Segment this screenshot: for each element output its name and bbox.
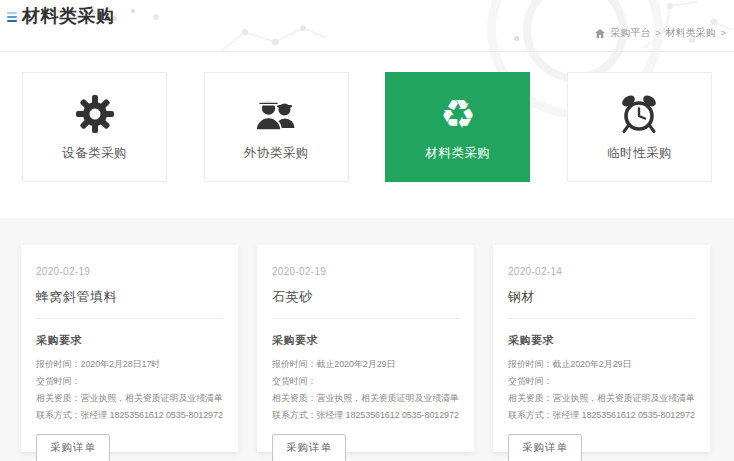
requirements-label: 采购要求 xyxy=(508,333,695,348)
detail-line: 相关资质：营业执照，相关资质证明及业绩清单等 xyxy=(272,390,459,407)
category-label: 外协类采购 xyxy=(244,145,309,162)
detail-line: 交货时间： xyxy=(508,373,695,390)
detail-line: 相关资质：营业执照，相关资质证明及业绩清单等 xyxy=(36,390,223,407)
divider xyxy=(272,318,459,319)
page-header: 材料类采购 采购平台 > 材料类采购 > xyxy=(0,0,734,52)
category-label: 临时性采购 xyxy=(607,145,672,162)
category-card-equipment[interactable]: 设备类采购 xyxy=(22,72,167,182)
gear-icon xyxy=(74,92,116,136)
listing-details: 报价时间：2020年2月28日17时 交货时间： 相关资质：营业执照，相关资质证… xyxy=(36,356,223,424)
listing-card: 2020-02-14 钢材 采购要求 报价时间：截止2020年2月29日 交货时… xyxy=(493,245,710,452)
top-section: 材料类采购 采购平台 > 材料类采购 > xyxy=(0,0,734,218)
listings-section: 2020-02-19 蜂窝斜管填料 采购要求 报价时间：2020年2月28日17… xyxy=(0,218,734,461)
listing-card: 2020-02-19 蜂窝斜管填料 采购要求 报价时间：2020年2月28日17… xyxy=(21,245,238,452)
purchase-detail-button[interactable]: 采购详单 xyxy=(508,434,582,461)
page-title: 材料类采购 xyxy=(22,4,115,28)
listing-card: 2020-02-19 石英砂 采购要求 报价时间：截止2020年2月29日 交货… xyxy=(257,245,474,452)
listing-details: 报价时间：截止2020年2月29日 交货时间： 相关资质：营业执照，相关资质证明… xyxy=(272,356,459,424)
listing-title: 蜂窝斜管填料 xyxy=(36,288,223,306)
purchase-detail-button[interactable]: 采购详单 xyxy=(272,434,346,461)
category-label: 设备类采购 xyxy=(62,145,127,162)
category-row: 设备类采购 外协类采购 xyxy=(22,72,712,182)
page-title-wrap: 材料类采购 xyxy=(7,4,115,28)
home-icon xyxy=(595,29,605,38)
breadcrumb-current[interactable]: 材料类采购 xyxy=(666,26,716,40)
listing-title: 石英砂 xyxy=(272,288,459,306)
purchase-detail-button[interactable]: 采购详单 xyxy=(36,434,110,461)
breadcrumb-separator: > xyxy=(655,28,660,38)
detail-line: 报价时间：截止2020年2月29日 xyxy=(272,356,459,373)
listing-details: 报价时间：截止2020年2月29日 交货时间： 相关资质：营业执照，相关资质证明… xyxy=(508,356,695,424)
category-card-outsourcing[interactable]: 外协类采购 xyxy=(204,72,349,182)
detail-line: 联系方式：张经理 18253561612 0535-8012972 xyxy=(272,407,459,424)
breadcrumb-separator: > xyxy=(721,28,726,38)
category-card-temporary[interactable]: 临时性采购 xyxy=(567,72,712,182)
detail-line: 相关资质：营业执照，相关资质证明及业绩清单等 xyxy=(508,390,695,407)
requirements-label: 采购要求 xyxy=(272,333,459,348)
workers-icon xyxy=(253,92,299,136)
divider xyxy=(508,318,695,319)
detail-line: 联系方式：张经理 18253561612 0535-8012972 xyxy=(36,407,223,424)
breadcrumb: 采购平台 > 材料类采购 > xyxy=(595,26,726,40)
detail-line: 交货时间： xyxy=(36,373,223,390)
divider xyxy=(36,318,223,319)
breadcrumb-home[interactable]: 采购平台 xyxy=(610,26,650,40)
listing-date: 2020-02-14 xyxy=(508,266,695,277)
listing-date: 2020-02-19 xyxy=(272,266,459,277)
list-bars-icon xyxy=(7,12,17,22)
recycle-icon: ♻ xyxy=(440,92,476,136)
category-card-materials[interactable]: ♻ 材料类采购 xyxy=(385,72,530,182)
detail-line: 联系方式：张经理 18253561612 0535-8012972 xyxy=(508,407,695,424)
listing-title: 钢材 xyxy=(508,288,695,306)
detail-line: 报价时间：截止2020年2月29日 xyxy=(508,356,695,373)
detail-line: 交货时间： xyxy=(272,373,459,390)
detail-line: 报价时间：2020年2月28日17时 xyxy=(36,356,223,373)
requirements-label: 采购要求 xyxy=(36,333,223,348)
category-label: 材料类采购 xyxy=(425,145,490,162)
alarm-clock-icon xyxy=(619,92,659,136)
listing-date: 2020-02-19 xyxy=(36,266,223,277)
